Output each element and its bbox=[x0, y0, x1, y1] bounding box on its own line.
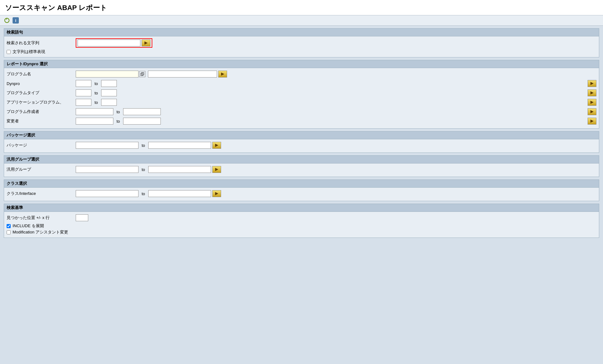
program-name-arrow-button[interactable] bbox=[218, 71, 227, 78]
search-string-row: 検索される文字列 bbox=[7, 38, 596, 48]
svg-marker-1 bbox=[144, 41, 148, 45]
program-author-row: プログラム作成者 to bbox=[7, 108, 596, 116]
utility-group-label: 汎用グループ bbox=[7, 167, 76, 172]
package-to-input[interactable] bbox=[148, 142, 211, 149]
program-author-to-input[interactable] bbox=[123, 108, 161, 115]
regex-label: 文字列は標準表現 bbox=[13, 49, 45, 55]
position-row: 見つかった位置 +/- x 行 2 bbox=[7, 214, 596, 222]
toolbar: i bbox=[0, 15, 603, 26]
modifier-to-input[interactable] bbox=[123, 118, 161, 125]
package-section: パッケージ選択 パッケージ to bbox=[4, 131, 599, 153]
info-icon[interactable]: i bbox=[13, 17, 19, 24]
utility-group-to-input[interactable] bbox=[148, 166, 211, 173]
class-from-input[interactable] bbox=[76, 190, 139, 197]
program-type-to-label: to bbox=[95, 91, 98, 95]
package-from-input[interactable] bbox=[76, 142, 139, 149]
svg-marker-7 bbox=[590, 101, 594, 104]
svg-marker-8 bbox=[590, 110, 594, 113]
search-phrase-section: 検索語句 検索される文字列 文字列は標準表現 bbox=[4, 28, 599, 57]
dynpro-row: Dynpro to bbox=[7, 79, 596, 88]
svg-marker-5 bbox=[590, 82, 594, 85]
refresh-icon[interactable] bbox=[4, 17, 10, 24]
page-title: ソーススキャン ABAP レポート bbox=[0, 0, 603, 15]
modifier-arrow-button[interactable] bbox=[588, 118, 596, 125]
dynpro-label: Dynpro bbox=[7, 81, 76, 86]
package-row: パッケージ to bbox=[7, 141, 596, 149]
class-row: クラス/Interface to bbox=[7, 190, 596, 198]
include-expand-row: INCLUDE を展開 bbox=[7, 223, 596, 229]
modifier-label: 変更者 bbox=[7, 118, 76, 124]
utility-group-body: 汎用グループ to bbox=[4, 163, 599, 177]
app-program-from-input[interactable] bbox=[76, 99, 91, 106]
program-name-label: プログラム名 bbox=[7, 71, 76, 77]
svg-marker-9 bbox=[590, 120, 594, 123]
package-arrow-button[interactable] bbox=[212, 142, 221, 149]
regex-checkbox[interactable] bbox=[7, 50, 11, 54]
utility-group-from-input[interactable] bbox=[76, 166, 139, 173]
program-author-to-label: to bbox=[117, 110, 120, 114]
class-body: クラス/Interface to bbox=[4, 188, 599, 201]
search-criteria-section: 検索基準 見つかった位置 +/- x 行 2 INCLUDE を展開 Modif… bbox=[4, 204, 599, 238]
search-string-input[interactable] bbox=[78, 40, 140, 46]
app-program-row: アプリケーションプログラム、 to bbox=[7, 98, 596, 106]
modification-row: Modification アシスタント変更 bbox=[7, 229, 596, 235]
program-author-arrow-button[interactable] bbox=[588, 108, 596, 115]
app-program-to-input[interactable] bbox=[101, 99, 117, 106]
program-type-label: プログラムタイプ bbox=[7, 90, 76, 96]
app-program-arrow-button[interactable] bbox=[588, 99, 596, 106]
program-type-to-input[interactable] bbox=[101, 89, 117, 96]
modifier-row: 変更者 to bbox=[7, 117, 596, 125]
search-string-arrow-button[interactable] bbox=[142, 40, 150, 46]
package-label: パッケージ bbox=[7, 142, 76, 148]
include-expand-checkbox[interactable] bbox=[7, 224, 11, 228]
class-to-label: to bbox=[142, 191, 145, 196]
dynpro-from-input[interactable] bbox=[76, 80, 91, 87]
utility-group-section: 汎用グループ選択 汎用グループ to bbox=[4, 155, 599, 177]
program-name-to-input[interactable] bbox=[148, 71, 217, 78]
search-criteria-header: 検索基準 bbox=[4, 204, 599, 212]
search-criteria-body: 見つかった位置 +/- x 行 2 INCLUDE を展開 Modificati… bbox=[4, 212, 599, 238]
dynpro-to-input[interactable] bbox=[101, 80, 117, 87]
class-to-input[interactable] bbox=[148, 190, 211, 197]
svg-marker-6 bbox=[590, 91, 594, 94]
main-content: 検索語句 検索される文字列 文字列は標準表現 レポート/Dynpro 選択 bbox=[0, 26, 603, 243]
utility-group-arrow-button[interactable] bbox=[212, 166, 221, 173]
program-name-input[interactable] bbox=[76, 71, 139, 78]
program-type-row: プログラムタイプ to bbox=[7, 89, 596, 97]
program-name-row: プログラム名 bbox=[7, 70, 596, 78]
class-arrow-button[interactable] bbox=[212, 190, 221, 197]
utility-group-header: 汎用グループ選択 bbox=[4, 155, 599, 163]
class-header: クラス選択 bbox=[4, 179, 599, 188]
program-type-arrow-button[interactable] bbox=[588, 89, 596, 96]
regex-row: 文字列は標準表現 bbox=[7, 49, 596, 55]
position-label: 見つかった位置 +/- x 行 bbox=[7, 215, 76, 221]
dynpro-to-label: to bbox=[95, 81, 98, 86]
program-name-copy-icon[interactable] bbox=[139, 71, 145, 77]
include-expand-label: INCLUDE を展開 bbox=[13, 223, 44, 229]
program-type-from-input[interactable] bbox=[76, 89, 91, 96]
package-header: パッケージ選択 bbox=[4, 131, 599, 139]
search-string-label: 検索される文字列 bbox=[7, 40, 76, 46]
program-author-from-input[interactable] bbox=[76, 108, 113, 115]
svg-marker-12 bbox=[215, 192, 218, 195]
search-phrase-body: 検索される文字列 文字列は標準表現 bbox=[4, 36, 599, 57]
class-section: クラス選択 クラス/Interface to bbox=[4, 179, 599, 201]
app-program-label: アプリケーションプログラム、 bbox=[7, 99, 76, 105]
app-program-to-label: to bbox=[95, 100, 98, 105]
modifier-from-input[interactable] bbox=[76, 118, 113, 125]
modifier-to-label: to bbox=[117, 119, 120, 124]
program-author-label: プログラム作成者 bbox=[7, 109, 76, 115]
svg-marker-10 bbox=[215, 144, 218, 147]
modification-checkbox[interactable] bbox=[7, 230, 11, 234]
modification-label: Modification アシスタント変更 bbox=[13, 229, 68, 235]
position-value-input[interactable]: 2 bbox=[76, 214, 88, 221]
svg-marker-4 bbox=[221, 72, 224, 76]
search-string-highlighted-box bbox=[76, 38, 152, 48]
dynpro-arrow-button[interactable] bbox=[588, 80, 596, 87]
report-dynpro-header: レポート/Dynpro 選択 bbox=[4, 60, 599, 68]
package-body: パッケージ to bbox=[4, 139, 599, 153]
utility-group-to-label: to bbox=[142, 167, 145, 172]
package-to-label: to bbox=[142, 143, 145, 148]
utility-group-row: 汎用グループ to bbox=[7, 165, 596, 174]
class-label: クラス/Interface bbox=[7, 191, 76, 196]
